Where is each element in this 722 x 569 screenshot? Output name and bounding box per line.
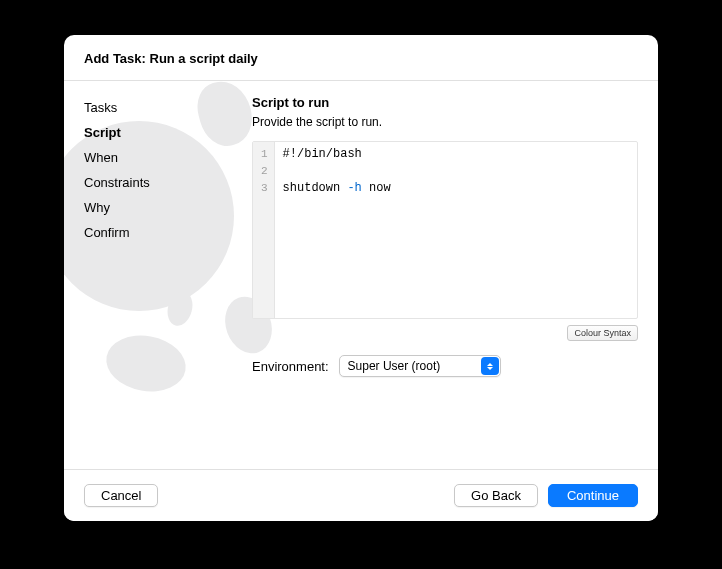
environment-select[interactable]: Super User (root) [339, 355, 501, 377]
dialog-title: Add Task: Run a script daily [84, 51, 638, 66]
editor-gutter: 1 2 3 [253, 142, 275, 318]
colour-syntax-button[interactable]: Colour Syntax [567, 325, 638, 341]
code-line: #!/bin/bash [283, 146, 629, 163]
line-number: 1 [261, 146, 268, 163]
continue-button[interactable]: Continue [548, 484, 638, 507]
editor-content[interactable]: #!/bin/bash shutdown -h now [275, 142, 637, 318]
sidebar-item-when[interactable]: When [84, 145, 252, 170]
line-number: 2 [261, 163, 268, 180]
main-panel: Script to run Provide the script to run.… [252, 81, 658, 469]
sidebar-item-script[interactable]: Script [84, 120, 252, 145]
code-line [283, 163, 629, 180]
dialog-footer: Cancel Go Back Continue [64, 469, 658, 521]
go-back-button[interactable]: Go Back [454, 484, 538, 507]
editor-actions: Colour Syntax [252, 325, 638, 341]
dialog-window: Add Task: Run a script daily Tasks Scrip… [64, 35, 658, 521]
sidebar-item-constraints[interactable]: Constraints [84, 170, 252, 195]
script-editor[interactable]: 1 2 3 #!/bin/bash shutdown -h now [252, 141, 638, 319]
dialog-body: Tasks Script When Constraints Why Confir… [64, 81, 658, 469]
footer-right-group: Go Back Continue [454, 484, 638, 507]
dialog-header: Add Task: Run a script daily [64, 35, 658, 81]
line-number: 3 [261, 180, 268, 197]
sidebar-item-why[interactable]: Why [84, 195, 252, 220]
sidebar-item-confirm[interactable]: Confirm [84, 220, 252, 245]
wizard-steps-sidebar: Tasks Script When Constraints Why Confir… [64, 81, 252, 469]
section-subtitle: Provide the script to run. [252, 115, 638, 129]
sidebar-item-tasks[interactable]: Tasks [84, 95, 252, 120]
select-stepper-icon [481, 357, 499, 375]
environment-value: Super User (root) [348, 359, 441, 373]
section-title: Script to run [252, 95, 638, 110]
cancel-button[interactable]: Cancel [84, 484, 158, 507]
environment-row: Environment: Super User (root) [252, 355, 638, 377]
environment-label: Environment: [252, 359, 329, 374]
code-line: shutdown -h now [283, 180, 629, 197]
